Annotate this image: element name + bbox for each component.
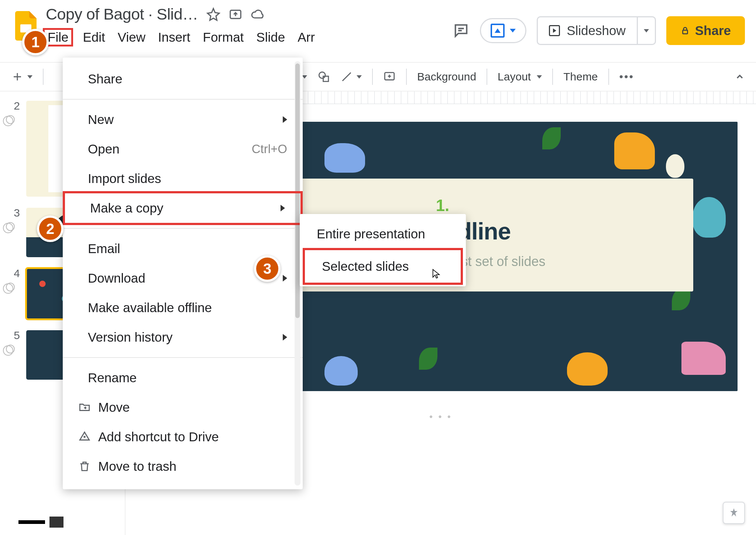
submenu-arrow-icon [283,116,287,123]
share-button[interactable]: Share [666,16,745,45]
menu-arrange[interactable]: Arr [298,30,315,45]
collapse-toolbar-button[interactable] [735,72,745,82]
menu-item-version-history[interactable]: Version history [63,322,303,352]
theme-button[interactable]: Theme [563,70,598,83]
slideshow-label: Slideshow [567,23,626,38]
present-dropdown-icon[interactable] [510,29,516,32]
menu-item-share[interactable]: Share [63,64,303,94]
share-label: Share [695,23,731,38]
submenu-arrow-icon [281,205,285,211]
insert-comment-button[interactable] [383,70,396,83]
menu-item-add-shortcut[interactable]: Add shortcut to Drive [63,422,303,452]
transition-icon [6,283,15,291]
menu-insert[interactable]: Insert [158,30,190,45]
present-button[interactable] [480,18,526,43]
svg-rect-6 [323,76,329,82]
menu-slide[interactable]: Slide [256,30,285,45]
menu-item-move[interactable]: Move [63,393,303,422]
layout-button[interactable]: Layout [498,70,542,83]
menu-item-rename[interactable]: Rename [63,363,303,393]
footer-bar [18,517,63,528]
menu-item-move-to-trash[interactable]: Move to trash [63,452,303,481]
transition-icon [6,115,15,124]
menu-bar: File Edit View Insert Format Slide Arr [46,30,453,45]
play-icon [549,25,560,36]
insert-shape-button[interactable] [317,70,330,83]
app-header: Copy of Bagot · Slid… File Edit View Ins… [0,0,756,62]
menu-item-make-available-offline[interactable]: Make available offline [63,293,303,322]
menu-item-import-slides[interactable]: Import slides [63,164,303,193]
more-tools-button[interactable]: ••• [619,70,635,83]
transition-icon [6,345,15,353]
background-button[interactable]: Background [417,70,476,83]
svg-point-5 [319,72,325,78]
trash-icon [78,460,91,473]
comments-icon[interactable] [453,22,470,39]
document-title[interactable]: Copy of Bagot · Slid… [46,5,198,23]
star-icon[interactable] [206,7,220,21]
slideshow-button[interactable]: Slideshow [537,16,656,45]
folder-move-icon [78,401,91,414]
svg-rect-2 [683,30,687,34]
grid-view-icon[interactable] [49,517,63,528]
cloud-status-icon[interactable] [251,7,265,21]
insert-line-button[interactable] [340,70,362,83]
submenu-arrow-icon [283,334,287,341]
menu-item-make-a-copy[interactable]: Make a copy [63,191,303,225]
new-slide-button[interactable] [11,70,32,83]
submenu-item-entire-presentation[interactable]: Entire presentation [300,218,466,250]
annotation-badge-2: 2 [37,215,63,242]
lock-icon [680,26,690,35]
menu-format[interactable]: Format [203,30,244,45]
cursor-icon [431,269,441,279]
menu-item-open[interactable]: OpenCtrl+O [63,134,303,164]
submenu-item-selected-slides[interactable]: Selected slides [303,248,463,285]
menu-view[interactable]: View [118,30,145,45]
menu-item-new[interactable]: New [63,105,303,134]
move-to-drive-icon[interactable] [228,7,243,21]
drive-shortcut-icon [78,431,91,443]
transition-icon [6,222,15,231]
annotation-badge-3: 3 [254,255,281,282]
submenu-arrow-icon [283,275,287,282]
slideshow-dropdown[interactable] [637,17,655,44]
make-a-copy-submenu: Entire presentation Selected slides [300,214,466,286]
shortcut-label: Ctrl+O [252,142,287,156]
menu-edit[interactable]: Edit [83,30,105,45]
explore-button[interactable] [723,502,745,524]
annotation-badge-1: 1 [22,29,49,55]
